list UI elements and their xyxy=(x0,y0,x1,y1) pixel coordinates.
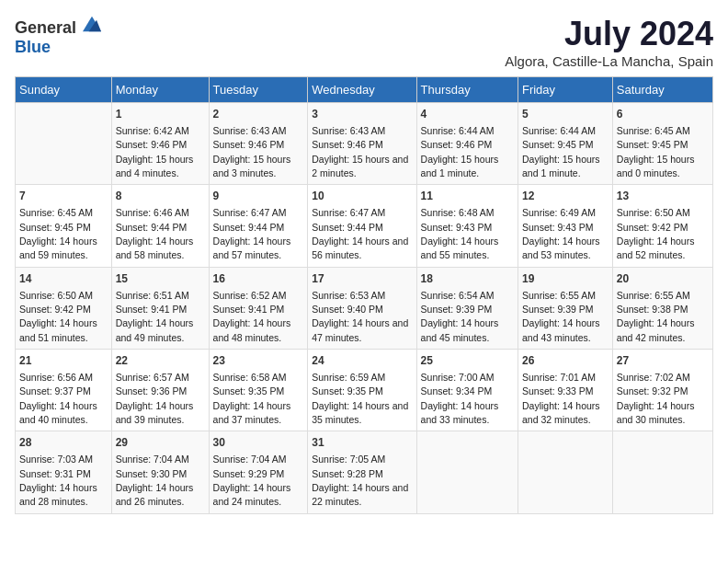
sunset-info: Sunset: 9:44 PM xyxy=(213,222,285,233)
date-number: 12 xyxy=(522,189,609,204)
date-number: 7 xyxy=(19,189,108,204)
daylight-info: Daylight: 14 hours and 30 minutes. xyxy=(617,400,695,425)
sunset-info: Sunset: 9:43 PM xyxy=(522,222,594,233)
logo-blue: Blue xyxy=(15,38,51,56)
daylight-info: Daylight: 15 hours and 1 minute. xyxy=(522,154,600,178)
daylight-info: Daylight: 14 hours and 35 minutes. xyxy=(312,400,408,425)
sunrise-info: Sunrise: 7:01 AM xyxy=(522,372,596,383)
calendar-cell: 15 Sunrise: 6:51 AM Sunset: 9:41 PM Dayl… xyxy=(111,267,209,349)
sunrise-info: Sunrise: 6:48 AM xyxy=(421,207,495,218)
subtitle: Algora, Castille-La Mancha, Spain xyxy=(505,53,713,69)
sunset-info: Sunset: 9:43 PM xyxy=(421,222,493,233)
calendar-week-row: 1 Sunrise: 6:42 AM Sunset: 9:46 PM Dayli… xyxy=(16,103,713,185)
sunrise-info: Sunrise: 7:04 AM xyxy=(213,454,287,465)
sunset-info: Sunset: 9:45 PM xyxy=(522,139,594,150)
day-header: Saturday xyxy=(612,77,712,103)
daylight-info: Daylight: 14 hours and 26 minutes. xyxy=(116,482,194,507)
sunset-info: Sunset: 9:39 PM xyxy=(421,304,493,315)
sunset-info: Sunset: 9:45 PM xyxy=(617,139,688,150)
calendar-cell: 25 Sunrise: 7:00 AM Sunset: 9:34 PM Dayl… xyxy=(416,350,518,431)
sunrise-info: Sunrise: 7:02 AM xyxy=(617,372,690,383)
sunrise-info: Sunrise: 6:47 AM xyxy=(312,207,385,218)
logo-icon xyxy=(83,15,101,33)
daylight-info: Daylight: 14 hours and 32 minutes. xyxy=(522,400,600,425)
sunrise-info: Sunrise: 6:57 AM xyxy=(116,372,189,383)
sunrise-info: Sunrise: 6:47 AM xyxy=(213,207,287,218)
daylight-info: Daylight: 14 hours and 51 minutes. xyxy=(19,317,97,342)
sunset-info: Sunset: 9:46 PM xyxy=(116,139,188,150)
calendar-cell xyxy=(16,103,112,185)
calendar-cell: 20 Sunrise: 6:55 AM Sunset: 9:38 PM Dayl… xyxy=(612,267,712,349)
calendar-week-row: 7 Sunrise: 6:45 AM Sunset: 9:45 PM Dayli… xyxy=(16,185,713,267)
date-number: 8 xyxy=(116,189,205,204)
daylight-info: Daylight: 14 hours and 58 minutes. xyxy=(116,236,194,260)
date-number: 18 xyxy=(421,271,514,287)
calendar-cell: 16 Sunrise: 6:52 AM Sunset: 9:41 PM Dayl… xyxy=(209,267,308,349)
calendar-cell: 26 Sunrise: 7:01 AM Sunset: 9:33 PM Dayl… xyxy=(518,350,612,431)
calendar-cell: 8 Sunrise: 6:46 AM Sunset: 9:44 PM Dayli… xyxy=(111,185,209,267)
date-number: 21 xyxy=(19,353,108,369)
daylight-info: Daylight: 15 hours and 4 minutes. xyxy=(116,154,194,178)
date-number: 9 xyxy=(213,189,304,204)
day-header: Monday xyxy=(111,77,209,103)
date-number: 11 xyxy=(421,189,514,204)
date-number: 5 xyxy=(522,107,609,122)
calendar-week-row: 14 Sunrise: 6:50 AM Sunset: 9:42 PM Dayl… xyxy=(16,267,713,349)
calendar-cell: 7 Sunrise: 6:45 AM Sunset: 9:45 PM Dayli… xyxy=(16,185,112,267)
daylight-info: Daylight: 14 hours and 43 minutes. xyxy=(522,317,600,342)
calendar-cell: 12 Sunrise: 6:49 AM Sunset: 9:43 PM Dayl… xyxy=(518,185,612,267)
date-number: 30 xyxy=(213,435,304,451)
calendar-cell xyxy=(612,431,712,513)
calendar-cell: 18 Sunrise: 6:54 AM Sunset: 9:39 PM Dayl… xyxy=(416,267,518,349)
calendar-cell xyxy=(416,431,518,513)
date-number: 26 xyxy=(522,353,609,369)
date-number: 15 xyxy=(116,271,205,287)
day-header: Wednesday xyxy=(308,77,416,103)
calendar-cell: 13 Sunrise: 6:50 AM Sunset: 9:42 PM Dayl… xyxy=(612,185,712,267)
sunrise-info: Sunrise: 6:52 AM xyxy=(213,290,287,301)
date-number: 17 xyxy=(312,271,412,287)
daylight-info: Daylight: 14 hours and 24 minutes. xyxy=(213,482,291,507)
sunset-info: Sunset: 9:36 PM xyxy=(116,385,188,396)
sunrise-info: Sunrise: 6:42 AM xyxy=(116,125,189,136)
sunrise-info: Sunrise: 7:05 AM xyxy=(312,454,385,465)
calendar-cell: 27 Sunrise: 7:02 AM Sunset: 9:32 PM Dayl… xyxy=(612,350,712,431)
sunset-info: Sunset: 9:31 PM xyxy=(19,468,91,479)
date-number: 23 xyxy=(213,353,304,369)
daylight-info: Daylight: 14 hours and 53 minutes. xyxy=(522,236,600,260)
daylight-info: Daylight: 14 hours and 48 minutes. xyxy=(213,317,291,342)
daylight-info: Daylight: 14 hours and 55 minutes. xyxy=(421,236,499,260)
calendar-cell: 19 Sunrise: 6:55 AM Sunset: 9:39 PM Dayl… xyxy=(518,267,612,349)
sunset-info: Sunset: 9:44 PM xyxy=(116,222,188,233)
daylight-info: Daylight: 14 hours and 59 minutes. xyxy=(19,236,97,260)
date-number: 3 xyxy=(312,107,412,122)
calendar-cell: 1 Sunrise: 6:42 AM Sunset: 9:46 PM Dayli… xyxy=(111,103,209,185)
date-number: 28 xyxy=(19,435,108,451)
calendar-cell: 14 Sunrise: 6:50 AM Sunset: 9:42 PM Dayl… xyxy=(16,267,112,349)
sunrise-info: Sunrise: 6:45 AM xyxy=(19,207,93,218)
sunrise-info: Sunrise: 6:46 AM xyxy=(116,207,189,218)
sunset-info: Sunset: 9:46 PM xyxy=(312,139,383,150)
daylight-info: Daylight: 14 hours and 33 minutes. xyxy=(421,400,499,425)
daylight-info: Daylight: 15 hours and 2 minutes. xyxy=(312,154,408,178)
daylight-info: Daylight: 14 hours and 22 minutes. xyxy=(312,482,408,507)
calendar-cell: 6 Sunrise: 6:45 AM Sunset: 9:45 PM Dayli… xyxy=(612,103,712,185)
sunset-info: Sunset: 9:34 PM xyxy=(421,385,493,396)
sunset-info: Sunset: 9:44 PM xyxy=(312,222,383,233)
sunrise-info: Sunrise: 6:58 AM xyxy=(213,372,287,383)
calendar-cell: 21 Sunrise: 6:56 AM Sunset: 9:37 PM Dayl… xyxy=(16,350,112,431)
daylight-info: Daylight: 14 hours and 39 minutes. xyxy=(116,400,194,425)
calendar-cell: 29 Sunrise: 7:04 AM Sunset: 9:30 PM Dayl… xyxy=(111,431,209,513)
calendar-cell: 2 Sunrise: 6:43 AM Sunset: 9:46 PM Dayli… xyxy=(209,103,308,185)
day-header: Friday xyxy=(518,77,612,103)
date-number: 19 xyxy=(522,271,609,287)
date-number: 31 xyxy=(312,435,412,451)
sunset-info: Sunset: 9:42 PM xyxy=(19,304,91,315)
calendar-cell: 22 Sunrise: 6:57 AM Sunset: 9:36 PM Dayl… xyxy=(111,350,209,431)
daylight-info: Daylight: 14 hours and 45 minutes. xyxy=(421,317,499,342)
daylight-info: Daylight: 14 hours and 49 minutes. xyxy=(116,317,194,342)
date-number: 25 xyxy=(421,353,514,369)
sunset-info: Sunset: 9:39 PM xyxy=(522,304,594,315)
calendar-cell xyxy=(518,431,612,513)
sunrise-info: Sunrise: 6:56 AM xyxy=(19,372,93,383)
